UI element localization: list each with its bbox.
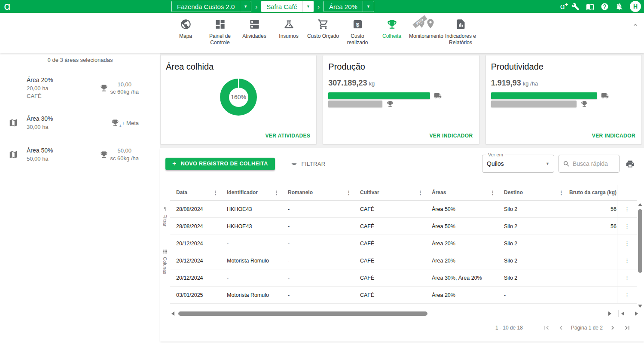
column-header-romaneio[interactable]: Romaneio⋮: [282, 185, 354, 200]
area-row-area-50[interactable]: Área 50% 50,00 ha 50,00 sc 60kg /ha: [0, 147, 160, 163]
side-tab-colunas[interactable]: Colunas: [162, 249, 168, 274]
table-row[interactable]: 28/08/2024 HKHOE43 - CAFÉ Área 50% Silo …: [170, 201, 637, 218]
side-tab-label: Filtrar: [162, 214, 168, 226]
user-avatar[interactable]: H: [630, 1, 641, 12]
column-menu-icon[interactable]: ⋮: [213, 189, 218, 196]
pinned-columns-scrollbar[interactable]: [618, 310, 641, 317]
metric-unit: kg: [369, 80, 375, 87]
column-menu-icon[interactable]: ⋮: [559, 189, 564, 196]
last-page-icon[interactable]: [623, 324, 631, 332]
view-in-select[interactable]: Ver em Quilos ▼: [482, 155, 554, 173]
next-page-icon[interactable]: [609, 324, 617, 332]
row-menu-icon[interactable]: ⋮: [624, 275, 630, 281]
column-header-actions: [617, 185, 637, 200]
vertical-scrollbar[interactable]: [637, 201, 644, 310]
area-selector[interactable]: Área 20% ▼: [324, 1, 374, 12]
previous-page-icon[interactable]: [557, 324, 565, 332]
table-row[interactable]: 28/08/2024 HKHOE43 - CAFÉ Área 50% Silo …: [170, 218, 637, 235]
cell-romaneio: -: [282, 258, 354, 264]
collapse-nav-chevron-icon[interactable]: [632, 21, 639, 28]
main-content: Área colhida 160% VER ATIVIDADES Produçã…: [160, 53, 644, 354]
first-page-icon[interactable]: [543, 324, 550, 332]
ver-indicador-link[interactable]: VER INDICADOR: [592, 133, 635, 139]
nav-item-painel-de-controle[interactable]: Painel de Controle: [203, 18, 237, 46]
row-menu-icon[interactable]: ⋮: [624, 206, 630, 212]
cell-data: 20/12/2024: [170, 258, 221, 264]
nav-item-custo-orcado[interactable]: Custo Orçado: [306, 18, 340, 46]
harvested-area-donut-chart: 160%: [220, 79, 257, 116]
area-goal[interactable]: 50,00 sc 60kg /ha: [100, 147, 139, 162]
nav-item-custo-realizado[interactable]: $ Custo realizado: [340, 18, 375, 46]
column-menu-icon[interactable]: ⋮: [274, 189, 279, 196]
filter-button[interactable]: FILTRAR: [290, 160, 326, 168]
help-icon[interactable]: [601, 3, 609, 11]
goal-text: 10,00 sc 60kg /ha: [110, 81, 139, 96]
row-menu-icon[interactable]: ⋮: [624, 240, 630, 247]
area-goal-add[interactable]: + + Meta: [111, 119, 139, 127]
tools-wrench-icon[interactable]: [571, 3, 580, 11]
column-header-bruto[interactable]: Bruto da carga (kg): [567, 185, 617, 200]
nav-item-insumos[interactable]: Insumos: [272, 18, 306, 46]
nav-item-mapa[interactable]: Mapa: [168, 18, 203, 46]
table-row[interactable]: 03/01/2025 Motorista Romulo - CAFÉ Área …: [170, 287, 637, 304]
knowledge-book-icon[interactable]: [586, 3, 594, 11]
cell-identificador: -: [221, 275, 282, 281]
scroll-down-arrow-icon[interactable]: [638, 305, 642, 308]
aegro-add-icon[interactable]: ɑ+: [560, 2, 565, 11]
area-texts: Área 50% 50,00 ha: [27, 147, 100, 163]
row-menu-icon[interactable]: ⋮: [624, 223, 630, 229]
column-header-identificador[interactable]: Identificador⋮: [221, 185, 282, 200]
row-menu-icon[interactable]: ⋮: [624, 257, 630, 264]
table-row[interactable]: 20/12/2024 Motorista Romulo - CAFÉ Área …: [170, 252, 637, 269]
chevron-down-icon[interactable]: ▼: [363, 1, 374, 12]
area-row-area-20[interactable]: Área 20% 20,00 ha CAFÉ 10,00 sc 60kg /ha: [0, 76, 160, 100]
farm-selector[interactable]: Fazenda Custos 2.0 ▼: [171, 1, 251, 12]
notifications-off-icon[interactable]: [615, 3, 623, 11]
chevron-down-icon[interactable]: ▼: [240, 1, 251, 12]
map-icon: [9, 150, 27, 159]
nav-item-colheita[interactable]: Colheita: [375, 18, 409, 46]
column-menu-icon[interactable]: ⋮: [418, 189, 423, 196]
print-icon[interactable]: [626, 159, 635, 168]
table-row[interactable]: 20/12/2024 - - CAFÉ Área 30%, Área 20% S…: [170, 269, 637, 287]
module-nav-bar: Mapa Painel de Controle Atividades Insum…: [0, 13, 644, 53]
ver-indicador-link[interactable]: VER INDICADOR: [429, 133, 473, 139]
column-menu-icon[interactable]: ⋮: [346, 189, 351, 196]
scroll-right-arrow-icon[interactable]: [608, 311, 611, 316]
column-header-data[interactable]: Data⋮: [170, 185, 221, 200]
scroll-left-arrow-icon[interactable]: [171, 311, 174, 316]
ver-atividades-link[interactable]: VER ATIVIDADES: [265, 133, 310, 139]
new-harvest-record-button[interactable]: + NOVO REGISTRO DE COLHEITA: [165, 158, 275, 170]
table-row[interactable]: 20/12/2024 - - CAFÉ Área 20% Silo 2 ⋮: [170, 235, 637, 252]
column-header-destino[interactable]: Destino⋮: [498, 185, 567, 200]
goal-text: 50,00 sc 60kg /ha: [110, 147, 139, 162]
quick-search-input[interactable]: [573, 160, 615, 167]
column-header-cultivar[interactable]: Cultivar⋮: [354, 185, 426, 200]
season-selector[interactable]: Safra Café ▼: [261, 1, 314, 12]
nav-item-indicadores-relatorios[interactable]: Indicadores e Relatórios: [443, 18, 478, 46]
scroll-left-arrow-icon[interactable]: [621, 311, 624, 316]
plus-icon: +: [172, 160, 177, 168]
vertical-scroll-thumb[interactable]: [638, 209, 642, 273]
column-menu-icon[interactable]: ⋮: [490, 189, 495, 196]
new-record-label: NOVO REGISTRO DE COLHEITA: [181, 161, 268, 167]
nav-item-atividades[interactable]: Atividades: [237, 18, 272, 46]
scroll-up-arrow-icon[interactable]: [638, 203, 642, 206]
area-goal[interactable]: 10,00 sc 60kg /ha: [100, 81, 139, 96]
top-bar: ɑ Fazenda Custos 2.0 ▼ › Safra Café ▼ › …: [0, 0, 644, 13]
row-menu-icon[interactable]: ⋮: [624, 292, 630, 298]
nav-item-monitoramento[interactable]: PRO Monitoramento: [409, 18, 443, 46]
pagination: 1 - 10 de 18 Página 1 de 2: [160, 317, 644, 339]
side-tab-filtrar[interactable]: Filtrar: [162, 206, 168, 226]
chevron-down-icon[interactable]: ▼: [302, 1, 314, 12]
scroll-right-arrow-icon[interactable]: [635, 311, 638, 316]
quick-search-box[interactable]: [559, 155, 620, 173]
area-row-area-30[interactable]: Área 30% 30,00 ha + + Meta: [0, 115, 160, 131]
horizontal-scroll-thumb[interactable]: [178, 311, 427, 316]
area-crop: CAFÉ: [27, 92, 100, 100]
cell-bruto: 56: [567, 223, 617, 229]
cell-areas: Área 50%: [426, 223, 498, 229]
pagination-range: 1 - 10 de 18: [495, 325, 523, 331]
column-header-areas[interactable]: Áreas⋮: [426, 185, 498, 200]
horizontal-scrollbar[interactable]: [170, 310, 613, 317]
